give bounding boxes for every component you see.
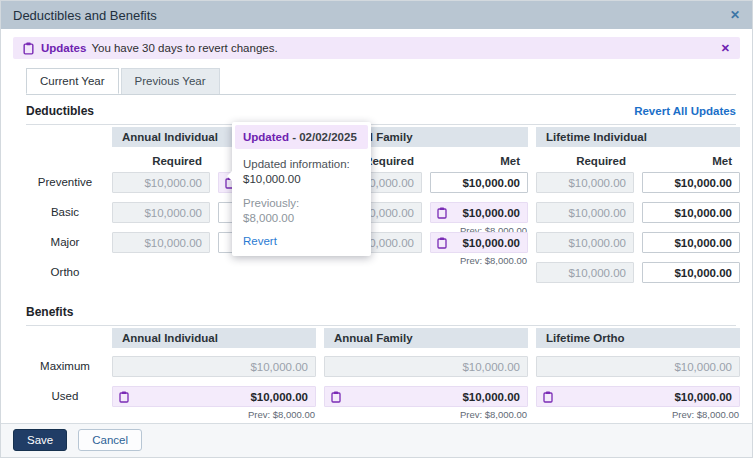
benefits-heading: Benefits xyxy=(26,305,73,319)
updated-tooltip: Updated - 02/02/2025 Updated information… xyxy=(232,122,371,256)
tooltip-date: - 02/02/2025 xyxy=(289,131,357,143)
group-header-annual-individual: Annual Individual xyxy=(112,328,316,348)
maximum-input[interactable] xyxy=(112,356,316,377)
tab-previous-year[interactable]: Previous Year xyxy=(121,68,220,94)
met-column-label: Met xyxy=(642,155,740,167)
banner-label: Updates xyxy=(41,42,86,54)
required-input[interactable] xyxy=(112,232,210,253)
clipboard-icon xyxy=(119,391,129,403)
banner-text: You have 30 days to revert changes. xyxy=(91,42,277,54)
required-input[interactable] xyxy=(536,202,634,223)
met-input[interactable] xyxy=(642,202,740,223)
updated-met-cell[interactable]: $10,000.00 xyxy=(430,232,528,253)
maximum-input[interactable] xyxy=(324,356,528,377)
dialog-content: Deductibles Revert All Updates Annual In… xyxy=(1,95,752,423)
tooltip-previously-label: Previously: xyxy=(243,196,360,211)
tab-current-year[interactable]: Current Year xyxy=(26,68,119,94)
tooltip-updated-info-label: Updated information: xyxy=(243,157,360,172)
table-row-basic: Basic $10,000.00 Prev: $8,000.00 xyxy=(26,202,736,223)
group-header-lifetime-ortho: Lifetime Ortho xyxy=(536,328,740,348)
updated-met-cell[interactable]: $10,000.00 xyxy=(430,202,528,223)
required-column-label: Required xyxy=(112,155,210,167)
used-value: $10,000.00 xyxy=(674,391,732,403)
row-label: Basic xyxy=(26,202,104,223)
tooltip-previous-value: $8,000.00 xyxy=(243,211,360,226)
clipboard-icon xyxy=(543,391,553,403)
previous-value-label: Prev: $8,000.00 xyxy=(672,409,739,420)
banner-close-icon[interactable]: ✕ xyxy=(721,42,730,55)
clipboard-icon xyxy=(437,207,447,219)
clipboard-icon xyxy=(23,42,34,55)
table-row-major: Major $10,000.00 Prev: $8,000.00 xyxy=(26,232,736,253)
required-input[interactable] xyxy=(112,172,210,193)
updated-used-cell[interactable]: $10,000.00 xyxy=(324,386,528,407)
met-input[interactable] xyxy=(642,232,740,253)
dialog-titlebar: Deductibles and Benefits ✕ xyxy=(1,1,752,29)
row-label: Maximum xyxy=(26,356,104,377)
tooltip-body: Updated information: $10,000.00 Previous… xyxy=(232,152,371,256)
group-header-annual-family: Annual Family xyxy=(324,328,528,348)
cancel-button[interactable]: Cancel xyxy=(78,429,142,451)
save-button[interactable]: Save xyxy=(13,429,67,451)
required-input[interactable] xyxy=(536,232,634,253)
clipboard-icon xyxy=(331,391,341,403)
met-input[interactable] xyxy=(642,262,740,283)
maximum-input[interactable] xyxy=(536,356,740,377)
row-label: Preventive xyxy=(26,172,104,193)
benefits-table: Annual Individual Annual Family Lifetime… xyxy=(26,325,736,407)
deductibles-benefits-dialog: Deductibles and Benefits ✕ Updates You h… xyxy=(0,0,753,458)
deductibles-table: Annual Individual Annual Family Lifetime… xyxy=(26,124,736,283)
table-row-preventive: Preventive $10,000.00 xyxy=(26,172,736,193)
updated-used-cell[interactable]: $10,000.00 xyxy=(536,386,740,407)
previous-value-label: Prev: $8,000.00 xyxy=(248,409,315,420)
required-input[interactable] xyxy=(112,202,210,223)
table-row-maximum: Maximum xyxy=(26,356,736,377)
table-row-used: Used $10,000.00 Prev: $8,000.00 $10,000.… xyxy=(26,386,736,407)
row-label: Ortho xyxy=(26,262,104,283)
tooltip-updated-value: $10,000.00 xyxy=(243,172,360,187)
tooltip-header: Updated - 02/02/2025 xyxy=(235,125,368,149)
met-value: $10,000.00 xyxy=(462,207,520,219)
revert-all-updates-link[interactable]: Revert All Updates xyxy=(634,105,736,117)
table-row-ortho: Ortho xyxy=(26,262,736,283)
used-value: $10,000.00 xyxy=(250,391,308,403)
required-input[interactable] xyxy=(536,172,634,193)
dialog-title: Deductibles and Benefits xyxy=(13,8,157,23)
year-tabs: Current Year Previous Year xyxy=(26,68,736,95)
deductibles-heading: Deductibles xyxy=(26,104,94,118)
updated-used-cell[interactable]: $10,000.00 xyxy=(112,386,316,407)
revert-link[interactable]: Revert xyxy=(243,235,360,247)
met-column-label: Met xyxy=(430,155,528,167)
met-value: $10,000.00 xyxy=(462,237,520,249)
dialog-close-icon[interactable]: ✕ xyxy=(730,8,740,22)
tooltip-arrow-icon xyxy=(227,171,232,181)
tooltip-updated-label: Updated xyxy=(243,131,289,143)
used-value: $10,000.00 xyxy=(462,391,520,403)
row-label: Major xyxy=(26,232,104,253)
required-column-label: Required xyxy=(536,155,634,167)
updates-banner: Updates You have 30 days to revert chang… xyxy=(13,37,740,59)
required-input[interactable] xyxy=(536,262,634,283)
dialog-footer: Save Cancel xyxy=(1,423,752,457)
group-header-lifetime-individual: Lifetime Individual xyxy=(536,127,740,147)
met-input[interactable] xyxy=(430,172,528,193)
clipboard-icon xyxy=(437,237,447,249)
met-input[interactable] xyxy=(642,172,740,193)
row-label: Used xyxy=(26,386,104,407)
previous-value-label: Prev: $8,000.00 xyxy=(460,409,527,420)
